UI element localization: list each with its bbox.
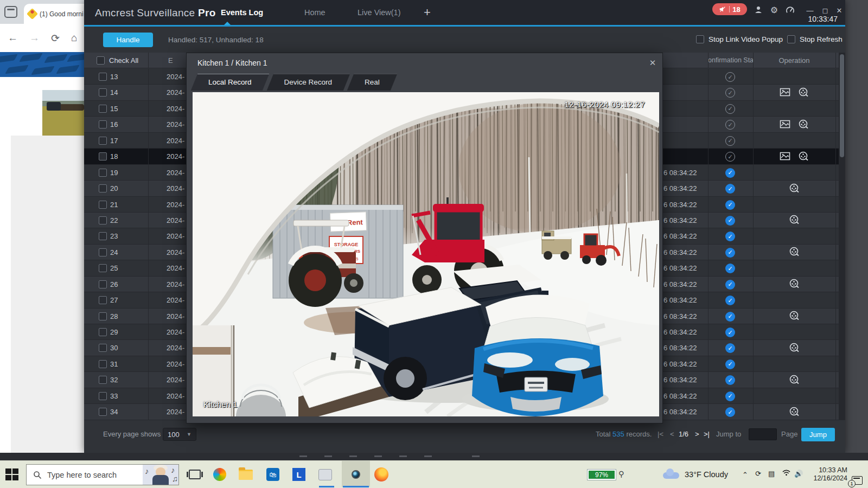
prev-page-button[interactable]: < (670, 430, 674, 438)
playback-icon[interactable] (789, 406, 800, 419)
popup-close-icon[interactable]: ✕ (647, 57, 658, 68)
windows-taskbar: Type here to search ♪ ♪ ♫ 🛍 L 97% ⚲ 33°F… (0, 460, 868, 488)
snapshot-icon[interactable] (780, 151, 790, 163)
last-page-button[interactable]: >| (704, 430, 710, 438)
check-all-checkbox[interactable] (97, 56, 105, 65)
pagination-bar: Every page shows 100 ▼ Total 535 records… (84, 426, 845, 444)
row-checkbox[interactable] (99, 216, 107, 224)
row-checkbox[interactable] (99, 376, 107, 384)
taskbar-clock[interactable]: 10:33 AM 12/16/2024 (812, 466, 847, 483)
search-highlight-image[interactable]: ♪ ♪ ♫ (143, 465, 178, 485)
weather-text[interactable]: 33°F Cloudy (685, 470, 728, 479)
playback-icon[interactable] (798, 87, 809, 99)
snapshot-icon[interactable] (780, 119, 790, 131)
file-explorer-icon[interactable] (238, 466, 254, 483)
tab-events-log[interactable]: Events Log (213, 0, 271, 25)
photos-app-icon[interactable] (317, 466, 333, 483)
snapshot-icon[interactable] (780, 87, 790, 99)
settings-gear-icon[interactable]: ⚙ (768, 4, 780, 15)
playback-icon[interactable] (789, 310, 800, 323)
playback-icon[interactable] (789, 374, 800, 387)
row-checkbox[interactable] (99, 184, 107, 192)
row-event-date-fragment: 2024- (167, 296, 184, 304)
row-checkbox[interactable] (99, 264, 107, 272)
jump-to-input[interactable] (749, 428, 777, 440)
add-tab-button[interactable]: + (416, 0, 438, 25)
row-checkbox[interactable] (99, 328, 107, 336)
l-app-icon[interactable]: L (291, 466, 307, 483)
alert-badge[interactable]: 18 (712, 3, 747, 15)
scrollbar-thumb[interactable] (840, 54, 844, 157)
tray-expand-chevron[interactable]: ⌃ (742, 471, 748, 479)
stop-link-video-popup[interactable]: Stop Link Video Popup (696, 35, 783, 43)
performance-gauge-icon[interactable] (784, 4, 796, 15)
jump-button[interactable]: Jump (801, 428, 835, 441)
row-checkbox[interactable] (99, 232, 107, 240)
page-size-select[interactable]: 100 ▼ (163, 428, 196, 441)
row-checkbox[interactable] (99, 137, 107, 145)
tab-home[interactable]: Home (297, 0, 333, 25)
row-index: 26 (110, 280, 118, 288)
amcrest-window: Amcrest Surveillance Pro Events Log Home… (84, 0, 845, 453)
row-checkbox[interactable] (99, 360, 107, 368)
row-checkbox[interactable] (99, 408, 107, 416)
firefox-icon[interactable] (373, 466, 390, 483)
minimize-button[interactable]: — (804, 5, 816, 15)
browser-tab[interactable]: (1) Good morni (24, 4, 84, 24)
battery-tray-icon[interactable]: ▤ (768, 470, 775, 478)
sync-tray-icon[interactable]: ⟳ (755, 470, 761, 478)
row-checkbox[interactable] (99, 312, 107, 320)
start-button[interactable] (5, 468, 20, 481)
playback-icon[interactable] (789, 183, 800, 195)
row-checkbox[interactable] (99, 296, 107, 304)
task-view-icon[interactable] (187, 466, 203, 483)
row-checkbox[interactable] (99, 280, 107, 288)
playback-icon[interactable] (789, 278, 800, 291)
row-checkbox[interactable] (99, 344, 107, 352)
copilot-icon[interactable] (212, 466, 228, 483)
confirmation-status-icon: ✓ (725, 168, 735, 178)
volume-tray-icon[interactable]: 🔊 (794, 470, 803, 478)
row-checkbox[interactable] (99, 120, 107, 129)
stop-refresh-checkbox[interactable] (787, 35, 795, 43)
first-page-button[interactable]: |< (658, 430, 663, 438)
playback-icon[interactable] (789, 214, 800, 227)
playback-icon[interactable] (789, 342, 800, 355)
next-page-button[interactable]: > (695, 430, 699, 438)
tab-real[interactable]: Real (348, 74, 396, 91)
row-checkbox[interactable] (99, 88, 107, 97)
user-icon[interactable] (752, 4, 764, 15)
forward-icon[interactable]: → (29, 32, 40, 44)
row-checkbox[interactable] (99, 169, 107, 177)
notification-center-icon[interactable]: 1 (852, 476, 863, 485)
close-button[interactable]: ✕ (833, 5, 845, 15)
row-checkbox[interactable] (99, 152, 107, 160)
row-checkbox[interactable] (99, 201, 107, 209)
row-checkbox[interactable] (99, 392, 107, 400)
home-icon[interactable]: ⌂ (71, 32, 77, 44)
row-checkbox[interactable] (99, 248, 107, 256)
taskbar-search[interactable]: Type here to search ♪ ♪ ♫ (26, 464, 179, 485)
playback-icon[interactable] (789, 246, 800, 259)
handle-button[interactable]: Handle (103, 33, 153, 47)
microsoft-store-icon[interactable]: 🛍 (265, 466, 281, 483)
table-scrollbar[interactable] (839, 53, 845, 420)
amcrest-camera-icon[interactable] (348, 466, 364, 483)
maximize-button[interactable]: ◻ (819, 5, 831, 15)
battery-widget[interactable]: 97% (588, 470, 616, 480)
workspace-icon[interactable] (4, 6, 17, 18)
stop-refresh[interactable]: Stop Refresh (787, 35, 843, 43)
tab-live-view[interactable]: Live View(1) (350, 0, 409, 25)
row-checkbox[interactable] (99, 105, 107, 113)
back-icon[interactable]: ← (8, 32, 18, 44)
wifi-tray-icon[interactable] (782, 470, 790, 478)
playback-icon[interactable] (798, 119, 809, 131)
row-event-date-fragment: 2024- (167, 120, 184, 129)
tab-local-record[interactable]: Local Record (192, 74, 268, 91)
row-index: 23 (110, 232, 118, 240)
stop-link-checkbox[interactable] (696, 35, 704, 43)
tab-device-record[interactable]: Device Record (268, 74, 349, 91)
row-checkbox[interactable] (99, 73, 107, 81)
playback-icon[interactable] (798, 151, 809, 163)
refresh-icon[interactable]: ⟳ (51, 32, 60, 44)
